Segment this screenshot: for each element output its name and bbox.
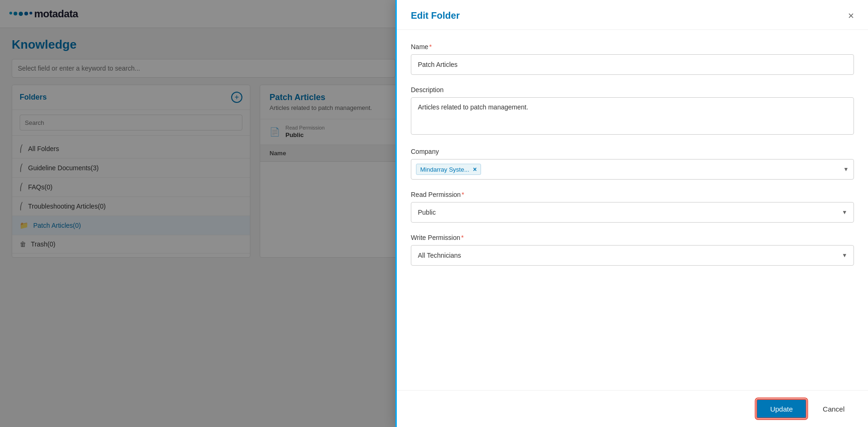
write-permission-field-group: Write Permission* All Technicians Public… <box>411 234 854 266</box>
required-star: * <box>429 43 431 51</box>
cancel-button[interactable]: Cancel <box>813 399 854 419</box>
name-field-group: Name* <box>411 43 854 75</box>
edit-folder-modal: Edit Folder × Name* Description Articles… <box>395 0 868 427</box>
modal-title: Edit Folder <box>411 10 460 21</box>
modal-close-button[interactable]: × <box>848 11 854 21</box>
write-permission-select-container: All Technicians Public Private ▼ <box>411 245 854 266</box>
write-permission-select[interactable]: All Technicians Public Private <box>411 245 854 266</box>
required-star: * <box>461 234 464 241</box>
required-star: * <box>462 191 464 198</box>
read-permission-select-container: Public Private All Technicians ▼ <box>411 202 854 223</box>
company-tag-text: Mindarray Syste... <box>420 166 469 173</box>
company-select[interactable]: Mindarray Syste... × ▼ <box>411 159 854 180</box>
company-tag: Mindarray Syste... × <box>416 164 481 175</box>
name-input[interactable] <box>411 54 854 75</box>
read-permission-select[interactable]: Public Private All Technicians <box>411 202 854 223</box>
read-permission-label: Read Permission* <box>411 191 854 198</box>
company-tag-remove[interactable]: × <box>473 166 477 173</box>
update-button[interactable]: Update <box>756 399 807 419</box>
read-permission-field-group: Read Permission* Public Private All Tech… <box>411 191 854 223</box>
write-permission-label: Write Permission* <box>411 234 854 241</box>
name-label: Name* <box>411 43 854 51</box>
description-textarea[interactable]: Articles related to patch management. <box>411 97 854 135</box>
company-label: Company <box>411 148 854 155</box>
description-label: Description <box>411 86 854 94</box>
company-field-group: Company Mindarray Syste... × ▼ <box>411 148 854 180</box>
company-dropdown-arrow-icon: ▼ <box>843 166 849 173</box>
description-field-group: Description Articles related to patch ma… <box>411 86 854 137</box>
